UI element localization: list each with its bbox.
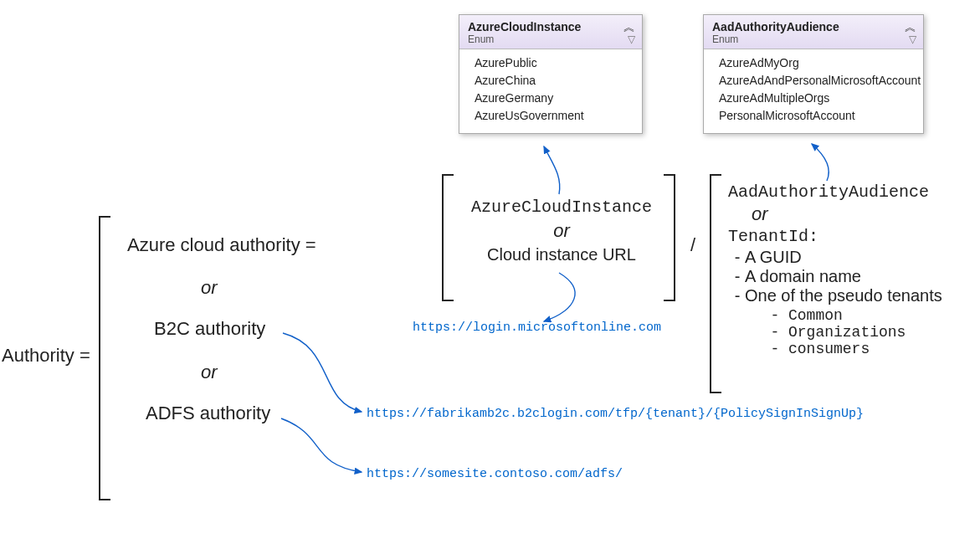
url-adfs[interactable]: https://somesite.contoso.com/adfs/: [367, 467, 623, 481]
pseudo-tenants-list: Common Organizations consumers: [788, 307, 942, 357]
enum2-v0: AzureAdMyOrg: [719, 54, 913, 72]
bullet-pseudo: One of the pseudo tenants: [745, 286, 942, 305]
opt-adfs: ADFS authority: [146, 403, 270, 424]
url-login[interactable]: https://login.microsoftonline.com: [413, 321, 661, 335]
cloud-instance-url-label: Cloud instance URL: [465, 245, 658, 264]
bracket-outer: [99, 216, 110, 500]
bracket-mid-right: [664, 174, 675, 301]
or-right: or: [752, 203, 942, 225]
aad-audience-label: AadAuthorityAudience: [728, 182, 942, 202]
opt-azure-cloud: Azure cloud authority =: [127, 234, 316, 256]
enum2-name: AadAuthorityAudience: [712, 20, 915, 33]
url-b2c[interactable]: https://fabrikamb2c.b2clogin.com/tfp/{te…: [367, 407, 864, 421]
bracket-right: [710, 174, 721, 393]
pseudo-consumers: consumers: [788, 341, 942, 357]
enum2-type: Enum: [712, 33, 915, 45]
enum-aadaudience: AadAuthorityAudience Enum ︽ ▽ AzureAdMyO…: [703, 14, 924, 134]
enum1-type: Enum: [468, 33, 634, 45]
bullet-guid: A GUID: [745, 248, 942, 267]
bracket-mid-left: [442, 174, 454, 301]
or-mid: or: [465, 220, 658, 242]
enum2-body: AzureAdMyOrg AzureAdAndPersonalMicrosoft…: [704, 49, 923, 133]
enum1-v0: AzurePublic: [475, 54, 632, 72]
enum1-v3: AzureUsGovernment: [475, 107, 632, 125]
enum1-body: AzurePublic AzureChina AzureGermany Azur…: [459, 49, 642, 133]
authority-label: Authority =: [2, 345, 90, 367]
tenantid-bullets: A GUID A domain name One of the pseudo t…: [745, 248, 942, 305]
enum1-v1: AzureChina: [475, 72, 632, 90]
enum-azurecloudinstance: AzureCloudInstance Enum ︽ ▽ AzurePublic …: [459, 14, 643, 134]
slash-separator: /: [690, 234, 695, 256]
or-1: or: [201, 277, 218, 299]
enum1-name: AzureCloudInstance: [468, 20, 634, 33]
enum2-v3: PersonalMicrosoftAccount: [719, 107, 913, 125]
enum2-v2: AzureAdMultipleOrgs: [719, 90, 913, 107]
azure-cloud-instance-label: AzureCloudInstance: [465, 198, 658, 217]
tenantid-label: TenantId:: [728, 227, 942, 246]
bullet-domain: A domain name: [745, 267, 942, 286]
enum2-v1: AzureAdAndPersonalMicrosoftAccount: [719, 72, 913, 90]
pseudo-common: Common: [788, 307, 942, 324]
pseudo-organizations: Organizations: [788, 324, 942, 341]
filter-icon: ▽: [628, 33, 635, 45]
enum1-v2: AzureGermany: [475, 90, 632, 107]
or-2: or: [201, 362, 218, 383]
opt-b2c: B2C authority: [154, 318, 265, 340]
filter-icon: ▽: [909, 33, 916, 45]
